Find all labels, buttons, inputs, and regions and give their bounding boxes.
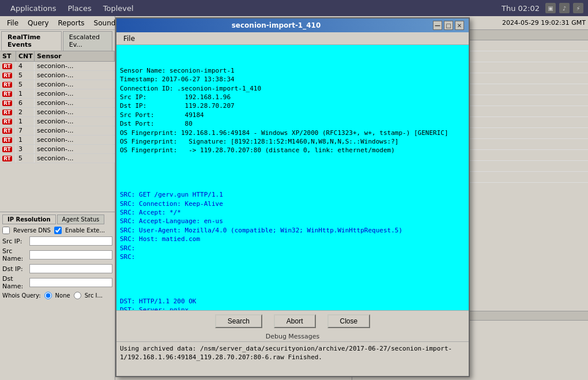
close-button[interactable]: Close (327, 314, 371, 328)
modal-titlebar: seconion-import-1_410 — □ ✕ (116, 18, 469, 32)
debug-messages-area: Using archived data: /nsm/server_data/se… (116, 341, 469, 376)
modal-file-menu[interactable]: File (119, 33, 140, 44)
modal-src-lines: SRC: GET /gerv.gun HTTP/1.1 SRC: Connect… (120, 190, 465, 261)
modal-content: Sensor Name: seconion-import-1 Timestamp… (116, 45, 469, 376)
abort-button[interactable]: Abort (274, 314, 316, 328)
modal-menubar: File (116, 32, 469, 45)
modal-action-buttons: Search Abort Close (116, 311, 469, 332)
modal-text-display: Sensor Name: seconion-import-1 Timestamp… (116, 45, 469, 310)
search-button[interactable]: Search (215, 314, 262, 328)
modal-dst-lines: DST: HTTP/1.1 200 OK DST: Server: nginx … (120, 297, 465, 310)
debug-messages-label: Debug Messages (116, 332, 469, 341)
modal-close-button[interactable]: ✕ (455, 21, 464, 30)
modal-minimize-button[interactable]: — (433, 21, 442, 30)
modal-window: seconion-import-1_410 — □ ✕ File Sensor … (115, 17, 470, 377)
modal-maximize-button[interactable]: □ (444, 21, 453, 30)
modal-footer: Search Abort Close Debug Messages Using … (116, 310, 469, 376)
modal-title: seconion-import-1_410 (121, 21, 431, 29)
modal-sensor-info: Sensor Name: seconion-import-1 Timestamp… (120, 66, 465, 155)
modal-overlay: seconion-import-1_410 — □ ✕ File Sensor … (0, 0, 588, 380)
